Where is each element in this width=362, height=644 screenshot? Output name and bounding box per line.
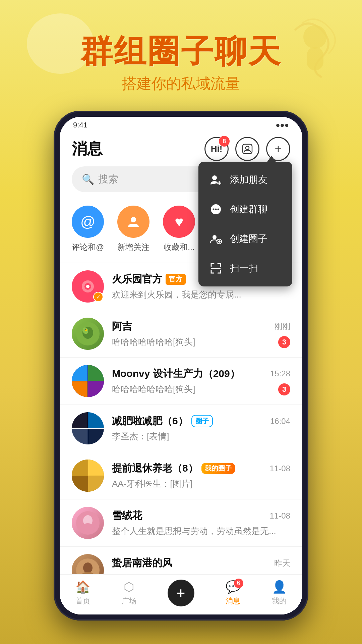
message-name: Moonvy 设计生产力（209） [112, 367, 240, 381]
list-item[interactable]: 减肥啦减肥（6） 圈子 16:04 李圣杰：[表情] [60, 405, 302, 452]
message-time: 刚刚 [274, 321, 290, 332]
message-preview: 整个人生就是思想与劳动，劳动虽然是无... [112, 525, 290, 537]
message-list: ✓ 火乐园官方 官方 欢迎来到火乐园，我是您的专属... [60, 263, 302, 614]
message-name: 雪绒花 [112, 509, 142, 523]
favorites-icon: ♥ [163, 206, 195, 238]
message-time: 16:04 [270, 417, 290, 426]
message-preview: 欢迎来到火乐园，我是您的专属... [112, 289, 290, 301]
official-badge: 官方 [166, 274, 186, 285]
list-item[interactable]: 雪绒花 11-08 整个人生就是思想与劳动，劳动虽然是无... [60, 499, 302, 547]
message-name: 阿吉 [112, 320, 132, 333]
contacts-button[interactable] [235, 137, 259, 161]
avatar [72, 365, 104, 397]
nav-item-home[interactable]: 🏠 首页 [75, 580, 90, 606]
phone-screen: 9:41 ●●● 消息 Hi! 8 [60, 117, 302, 614]
nav-messages-label: 消息 [226, 596, 240, 606]
svg-point-8 [86, 285, 89, 288]
dropdown-item-add-friend[interactable]: 添加朋友 [198, 165, 292, 195]
square-icon: ⬡ [124, 580, 134, 594]
message-top: 蛰居南港的风 昨天 [112, 556, 290, 570]
scan-label: 扫一扫 [230, 262, 258, 275]
dropdown-item-create-group[interactable]: 创建群聊 [198, 195, 292, 224]
person-add-icon [208, 172, 223, 187]
svg-point-4 [131, 217, 136, 222]
phone-frame: 9:41 ●●● 消息 Hi! 8 [54, 111, 308, 621]
comments-label: 评论和@ [72, 242, 104, 253]
search-icon: 🔍 [82, 173, 94, 185]
my-circle-badge: 我的圈子 [201, 463, 235, 474]
svg-point-23 [212, 175, 217, 180]
dropdown-item-create-circle[interactable]: 创建圈子 [198, 224, 292, 254]
message-top: 减肥啦减肥（6） 圈子 16:04 [112, 414, 290, 428]
nav-mine-label: 我的 [272, 596, 287, 606]
svg-point-28 [215, 209, 217, 210]
avatar [72, 507, 104, 539]
message-content: 阿吉 刚刚 哈哈哈哈哈哈哈[狗头] 3 [112, 320, 290, 348]
message-name: 减肥啦减肥（6） 圈子 [112, 414, 213, 428]
contacts-icon [242, 144, 253, 154]
hi-badge: 8 [219, 136, 230, 147]
message-content: 减肥啦减肥（6） 圈子 16:04 李圣杰：[表情] [112, 414, 290, 442]
nav-item-messages[interactable]: 💬 消息 6 [226, 580, 241, 606]
message-name: 提前退休养老（8） 我的圈子 [112, 462, 235, 475]
message-preview: 李圣杰：[表情] [112, 431, 290, 442]
avatar-wrapper [72, 318, 104, 350]
verified-mark: ✓ [93, 292, 103, 302]
nav-home-label: 首页 [75, 596, 90, 606]
add-friend-label: 添加朋友 [230, 173, 267, 186]
message-content: 雪绒花 11-08 整个人生就是思想与劳动，劳动虽然是无... [112, 509, 290, 537]
bottom-nav: 🏠 首页 ⬡ 广场 + 💬 消息 6 👤 我的 [60, 574, 302, 614]
header-icons: Hi! 8 + [204, 137, 290, 161]
dropdown-menu: 添加朋友 创建群聊 [198, 162, 292, 286]
hero-subtitle: 搭建你的私域流量 [0, 74, 362, 94]
message-top: 雪绒花 11-08 [112, 509, 290, 523]
nav-square-label: 广场 [122, 596, 136, 606]
create-circle-label: 创建圈子 [230, 232, 267, 245]
list-item[interactable]: 阿吉 刚刚 哈哈哈哈哈哈哈[狗头] 3 [60, 310, 302, 358]
message-time: 11-08 [270, 511, 290, 521]
create-group-label: 创建群聊 [230, 203, 267, 216]
message-top: Moonvy 设计生产力（209） 15:28 [112, 367, 290, 381]
message-preview: 哈哈哈哈哈哈哈[狗头] [112, 383, 278, 395]
message-top: 提前退休养老（8） 我的圈子 11-08 [112, 462, 290, 475]
svg-point-29 [218, 209, 219, 210]
avatar [72, 318, 104, 350]
avatar-wrapper [72, 460, 104, 492]
quick-icon-comments[interactable]: @ 评论和@ [72, 206, 104, 253]
unread-badge: 3 [278, 336, 290, 348]
messages-nav-badge: 6 [234, 579, 243, 588]
dropdown-item-scan[interactable]: 扫一扫 [198, 254, 292, 283]
message-name: 蛰居南港的风 [112, 556, 172, 570]
avatar-wrapper [72, 365, 104, 397]
add-icon: + [275, 142, 282, 156]
nav-add-button[interactable]: + [168, 580, 194, 606]
avatar [72, 460, 104, 492]
list-item[interactable]: 提前退休养老（8） 我的圈子 11-08 AA-牙科医生：[图片] [60, 452, 302, 499]
dropdown-arrow [267, 156, 276, 162]
hi-button[interactable]: Hi! 8 [204, 137, 229, 161]
svg-point-13 [85, 329, 86, 330]
scan-icon [208, 261, 223, 276]
list-item[interactable]: Moonvy 设计生产力（209） 15:28 哈哈哈哈哈哈哈[狗头] 3 [60, 358, 302, 405]
nav-item-square[interactable]: ⬡ 广场 [122, 580, 136, 606]
svg-point-18 [83, 562, 93, 573]
avatar-wrapper: ✓ [72, 270, 104, 303]
avatar-wrapper [72, 507, 104, 539]
add-nav-icon: + [177, 585, 185, 601]
svg-point-16 [81, 523, 95, 533]
unread-badge: 3 [278, 383, 290, 395]
search-placeholder: 搜索 [98, 172, 118, 186]
message-top: 阿吉 刚刚 [112, 320, 290, 333]
mine-icon: 👤 [272, 580, 287, 594]
follow-label: 新增关注 [117, 242, 149, 253]
status-bar: 9:41 ●●● [60, 117, 302, 133]
quick-icon-favorites[interactable]: ♥ 收藏和... [163, 206, 195, 253]
message-preview: 哈哈哈哈哈哈哈[狗头] [112, 336, 278, 348]
circle-badge: 圈子 [191, 415, 213, 427]
favorites-label: 收藏和... [164, 242, 194, 253]
avatar [72, 412, 104, 444]
quick-icon-follow[interactable]: 新增关注 [117, 206, 149, 253]
nav-item-mine[interactable]: 👤 我的 [272, 580, 287, 606]
follow-icon [117, 206, 149, 238]
home-icon: 🏠 [75, 580, 90, 594]
